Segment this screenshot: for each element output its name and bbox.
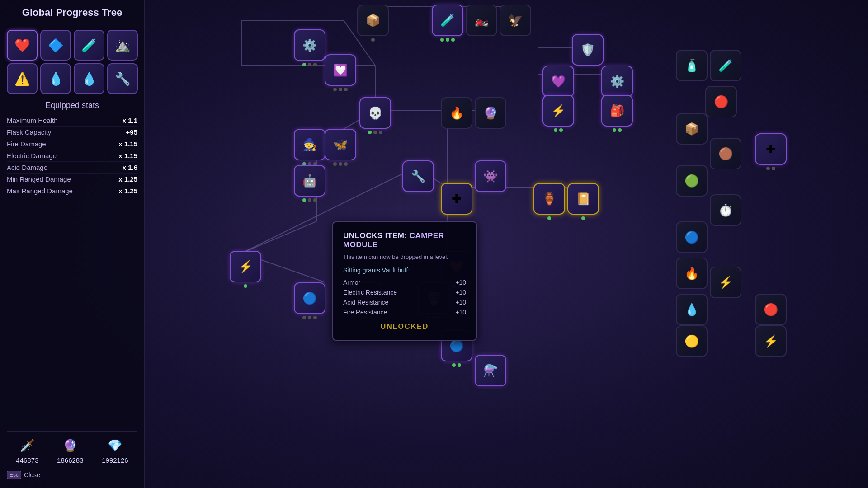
tree-node-flask[interactable]: 🧪 (432, 5, 463, 36)
stat-row-5: Min Ranged Damagex 1.25 (7, 174, 137, 185)
tree-node-far1[interactable]: 🧴 (676, 50, 708, 81)
tooltip-stat-name: Armor (343, 279, 360, 286)
tooltip-stat-value: +10 (455, 279, 466, 286)
tooltip-stat-value: +10 (455, 309, 466, 316)
tree-node-far6[interactable]: 🟢 (676, 165, 708, 197)
connection-lines (145, 0, 868, 488)
tree-node-medkit-far[interactable]: ✚ (755, 133, 787, 165)
currency-amount-0: 446873 (16, 456, 38, 464)
tree-node-electric[interactable]: ⚡ (542, 95, 574, 127)
close-key: Esc (7, 471, 21, 479)
tooltip-stat-value: +10 (455, 289, 466, 296)
equipped-icon-1[interactable]: 🔷 (40, 30, 71, 61)
stat-value: x 1.15 (118, 140, 137, 148)
tooltip-stat-name: Acid Resistance (343, 299, 388, 306)
tree-node-far4[interactable]: 📦 (676, 113, 708, 145)
tooltip-stat-name: Electric Resistance (343, 289, 397, 296)
stat-name: Flask Capacity (7, 128, 51, 136)
stat-name: Acid Damage (7, 164, 47, 171)
currency-icon-2: 💎 (105, 436, 124, 455)
tree-node-robot[interactable]: 🤖 (294, 165, 326, 197)
tree-node-cog2[interactable]: ⚙️ (601, 66, 633, 97)
tree-node-eagle[interactable]: 🦅 (500, 5, 531, 36)
tooltip-stat-row-1: Electric Resistance+10 (343, 287, 466, 297)
equipped-icon-2[interactable]: 🧪 (74, 30, 104, 61)
tree-node-gold2[interactable]: 📔 (567, 183, 599, 215)
stat-row-4: Acid Damagex 1.6 (7, 162, 137, 174)
tree-node-shield[interactable]: 🛡️ (572, 34, 604, 66)
equipped-stats-label: Equipped stats (7, 101, 137, 110)
tree-node-heart-cross[interactable]: 💟 (325, 54, 356, 86)
stat-row-2: Fire Damagex 1.15 (7, 138, 137, 150)
currency-item-0: 🗡️446873 (16, 436, 38, 464)
currency-item-2: 💎1992126 (102, 436, 128, 464)
tree-node-frb1[interactable]: 🔥 (676, 258, 708, 289)
tree-node-frb3[interactable]: ⚡ (710, 267, 741, 298)
currency-bar: 🗡️446873🔮1866283💎1992126 (7, 431, 137, 466)
tree-node-btm-bot2[interactable]: ⚗️ (475, 355, 506, 386)
tree-node-buff[interactable]: 💜 (542, 66, 574, 97)
equipped-icon-6[interactable]: 💧 (74, 63, 104, 94)
sidebar-title: Global Progress Tree (7, 7, 137, 23)
stat-name: Electric Damage (7, 152, 57, 160)
tree-node-skull-heart[interactable]: 💀 (359, 97, 391, 129)
tree-node-frb4[interactable]: 🔴 (755, 294, 787, 325)
tooltip-stat-row-0: Armor+10 (343, 277, 466, 287)
tree-node-item2[interactable]: 🎒 (601, 95, 633, 127)
currency-item-1: 🔮1866283 (57, 436, 83, 464)
tree-node-frb2[interactable]: 💧 (676, 294, 708, 325)
tree-node-frb5[interactable]: 🟡 (676, 325, 708, 357)
equipped-icon-3[interactable]: ⛰️ (107, 30, 138, 61)
tooltip-stat-row-3: Fire Resistance+10 (343, 307, 466, 317)
stat-value: +95 (126, 128, 137, 136)
stat-name: Min Ranged Damage (7, 175, 71, 183)
tooltip-stat-value: +10 (455, 299, 466, 306)
tree-node-medkit-center[interactable]: ✚ (441, 183, 472, 215)
stat-name: Max Ranged Damage (7, 187, 73, 195)
tree-node-soldier[interactable]: 👾 (475, 160, 506, 192)
close-button[interactable]: Esc Close (7, 469, 137, 481)
stat-value: x 1.1 (123, 117, 137, 124)
equipped-icon-4[interactable]: ⚠️ (7, 63, 38, 94)
stats-list: Maximum Healthx 1.1Flask Capacity+95Fire… (7, 115, 137, 427)
item-tooltip: Unlocks Item: Camper Module This item ca… (332, 221, 477, 341)
equipped-icon-0[interactable]: ❤️ (7, 30, 38, 61)
tree-node-fire[interactable]: 🔥 (441, 97, 472, 129)
close-label: Close (24, 471, 40, 479)
tooltip-stat-row-2: Acid Resistance+10 (343, 297, 466, 307)
stat-row-0: Maximum Healthx 1.1 (7, 115, 137, 127)
stat-row-6: Max Ranged Damagex 1.25 (7, 185, 137, 197)
currency-amount-1: 1866283 (57, 456, 83, 464)
tree-node-far3[interactable]: 🔴 (705, 86, 737, 117)
tooltip-status: Unlocked (343, 323, 466, 331)
tree-node-gold1[interactable]: 🏺 (533, 183, 565, 215)
stat-name: Fire Damage (7, 140, 46, 148)
tooltip-title: Unlocks Item: Camper Module (343, 231, 466, 249)
tree-node-far8[interactable]: 🔵 (676, 221, 708, 253)
equipped-icon-7[interactable]: 🔧 (107, 63, 138, 94)
tree-node-frb6[interactable]: ⚡ (755, 325, 787, 357)
tree-node-btm1[interactable]: 🔵 (294, 282, 326, 314)
tooltip-stats: Armor+10Electric Resistance+10Acid Resis… (343, 277, 466, 317)
stat-value: x 1.25 (118, 187, 137, 195)
currency-icon-1: 🔮 (61, 436, 80, 455)
tree-node-bike[interactable]: 🏍️ (466, 5, 497, 36)
tree-node-gear[interactable]: ⚙️ (294, 29, 326, 61)
svg-line-9 (242, 221, 316, 253)
tree-node-robot2[interactable]: 🔧 (402, 160, 434, 192)
currency-amount-2: 1992126 (102, 456, 128, 464)
stat-value: x 1.15 (118, 152, 137, 160)
tree-node-orb[interactable]: 🔮 (475, 97, 506, 129)
skill-tree-canvas: 📦 🧪 🏍️ 🦅 ⚙️ 💟 🛡️ 💜 ⚙️ 💀 🔥 🔮 ⚡ 🎒 🧙 🦋 🤖 (145, 0, 868, 488)
tree-node-far5[interactable]: 🟤 (710, 138, 741, 169)
stat-row-3: Electric Damagex 1.15 (7, 150, 137, 162)
tree-node[interactable]: 📦 (357, 5, 389, 36)
tree-node-lightning[interactable]: ⚡ (230, 251, 261, 282)
tree-node-far7[interactable]: ⏱️ (710, 194, 741, 226)
tree-node-far2[interactable]: 🧪 (710, 50, 741, 81)
tree-node-wings[interactable]: 🦋 (325, 129, 356, 160)
equipped-icon-5[interactable]: 💧 (40, 63, 71, 94)
tree-node-char[interactable]: 🧙 (294, 129, 326, 160)
stat-value: x 1.25 (118, 175, 137, 183)
equipped-icons-grid: ❤️🔷🧪⛰️⚠️💧💧🔧 (7, 30, 137, 94)
